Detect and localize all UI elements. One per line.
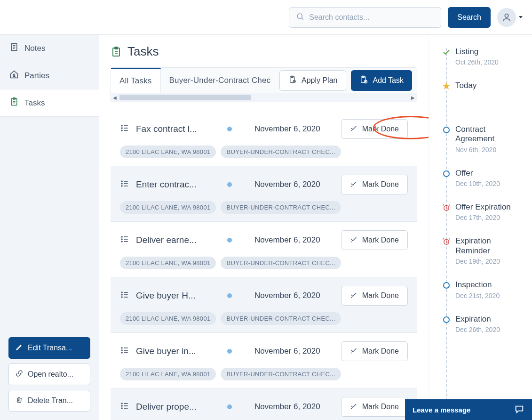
- sidebar-item-parties[interactable]: Parties: [0, 62, 99, 89]
- timeline-item[interactable]: Today: [442, 81, 526, 90]
- scrollbar-thumb[interactable]: [119, 95, 251, 100]
- svg-point-50: [121, 347, 122, 348]
- task-row[interactable]: Fax contract l... November 6, 2020 Mark …: [111, 111, 417, 166]
- svg-point-44: [121, 292, 122, 293]
- tag[interactable]: 2100 LILAC LANE, WA 98001: [120, 312, 216, 325]
- tab-buyer-contract[interactable]: Buyer-Under-Contract Chec: [161, 68, 279, 93]
- tag[interactable]: BUYER-UNDER-CONTRACT CHEC...: [221, 368, 341, 380]
- task-date: November 6, 2020: [254, 402, 320, 412]
- add-task-button[interactable]: Add Task: [351, 70, 412, 91]
- task-tags: 2100 LILAC LANE, WA 98001BUYER-UNDER-CON…: [120, 312, 408, 325]
- task-row[interactable]: Deliver prope... November 6, 2020 Mark D…: [111, 388, 417, 420]
- chat-widget[interactable]: Leave a message: [405, 399, 532, 420]
- svg-point-56: [121, 403, 122, 404]
- check-icon: [350, 180, 357, 189]
- apply-plan-button[interactable]: Apply Plan: [279, 70, 347, 91]
- svg-point-58: [121, 408, 122, 409]
- task-title: Give buyer H...: [136, 291, 211, 301]
- svg-point-57: [121, 405, 122, 406]
- tab-all-tasks[interactable]: All Tasks: [111, 68, 161, 93]
- task-title: Deliver earne...: [136, 235, 211, 245]
- list-icon: [120, 346, 129, 357]
- task-row[interactable]: Deliver earne... November 6, 2020 Mark D…: [111, 222, 417, 277]
- status-dot: [227, 293, 232, 298]
- timeline-title: Expiration: [455, 315, 526, 324]
- svg-point-38: [121, 236, 122, 237]
- task-tags: 2100 LILAC LANE, WA 98001BUYER-UNDER-CON…: [120, 201, 408, 214]
- tag[interactable]: BUYER-UNDER-CONTRACT CHEC...: [221, 312, 341, 325]
- button-label: Open realto...: [28, 370, 73, 379]
- delete-transaction-button[interactable]: Delete Tran...: [8, 390, 90, 412]
- search-button[interactable]: Search: [448, 7, 491, 28]
- tag[interactable]: 2100 LILAC LANE, WA 98001: [120, 201, 216, 214]
- timeline-item[interactable]: Offer Expiration Dec 17th, 2020: [442, 202, 526, 221]
- timeline-date: Dec 21st, 2020: [455, 292, 526, 299]
- timeline-item[interactable]: Offer Dec 10th, 2020: [442, 169, 526, 187]
- sidebar: Notes Parties Tasks Edit Transa...: [0, 35, 99, 420]
- header: Search: [0, 0, 532, 35]
- timeline-item[interactable]: Expiration Reminder Dec 19th, 2020: [442, 236, 526, 265]
- pencil-icon: [16, 343, 23, 353]
- svg-point-51: [121, 350, 122, 351]
- user-menu[interactable]: [497, 8, 523, 27]
- sidebar-item-notes[interactable]: Notes: [0, 35, 99, 62]
- task-row[interactable]: Give buyer H... November 6, 2020 Mark Do…: [111, 277, 417, 333]
- page-title-text: Tasks: [127, 44, 159, 59]
- status-dot: [227, 182, 232, 187]
- timeline-date: Nov 6th, 2020: [455, 146, 526, 153]
- svg-point-28: [121, 130, 122, 131]
- tag[interactable]: BUYER-UNDER-CONTRACT CHEC...: [221, 145, 341, 158]
- tag[interactable]: BUYER-UNDER-CONTRACT CHEC...: [221, 201, 341, 214]
- mark-done-button[interactable]: Mark Done: [341, 119, 408, 139]
- task-date: November 6, 2020: [254, 291, 320, 300]
- mark-done-button[interactable]: Mark Done: [341, 230, 408, 250]
- task-title: Deliver prope...: [136, 402, 211, 412]
- search-input[interactable]: [309, 13, 434, 22]
- sidebar-item-tasks[interactable]: Tasks: [0, 89, 99, 117]
- button-label: Mark Done: [362, 403, 399, 411]
- timeline-item[interactable]: Inspection Dec 21st, 2020: [442, 280, 526, 299]
- timeline-item[interactable]: Expiration Dec 26th, 2020: [442, 315, 526, 333]
- tag[interactable]: BUYER-UNDER-CONTRACT CHEC...: [221, 257, 341, 269]
- clipboard-gear-icon: [288, 75, 297, 86]
- button-label: Mark Done: [362, 347, 399, 355]
- timeline-item[interactable]: Contract Agreement Nov 6th, 2020: [442, 125, 526, 153]
- scroll-right-icon[interactable]: ▶: [409, 93, 417, 102]
- task-title: Give buyer in...: [136, 346, 211, 356]
- status-dot: [227, 238, 232, 242]
- tag[interactable]: 2100 LILAC LANE, WA 98001: [120, 257, 216, 269]
- sidebar-item-label: Notes: [24, 44, 45, 53]
- notes-icon: [9, 42, 19, 54]
- scroll-left-icon[interactable]: ◀: [111, 93, 119, 102]
- status-dot: [227, 404, 232, 409]
- horizontal-scrollbar[interactable]: ◀ ▶: [111, 93, 417, 102]
- svg-point-45: [121, 294, 122, 295]
- task-tags: 2100 LILAC LANE, WA 98001BUYER-UNDER-CON…: [120, 145, 408, 158]
- task-title: Enter contrac...: [136, 179, 211, 190]
- tag[interactable]: 2100 LILAC LANE, WA 98001: [120, 368, 216, 380]
- timeline-marker-icon: [442, 82, 451, 90]
- button-label: Mark Done: [362, 236, 399, 244]
- search-box[interactable]: [289, 7, 441, 28]
- edit-transaction-button[interactable]: Edit Transa...: [8, 337, 90, 359]
- tabs: All Tasks Buyer-Under-Contract Chec Appl…: [111, 68, 417, 93]
- trash-icon: [16, 396, 23, 405]
- button-label: Delete Tran...: [28, 396, 73, 405]
- task-row[interactable]: Give buyer in... November 6, 2020 Mark D…: [111, 333, 417, 388]
- timeline-title: Today: [455, 81, 526, 90]
- open-realtor-button[interactable]: Open realto...: [8, 363, 90, 385]
- mark-done-button[interactable]: Mark Done: [341, 341, 408, 361]
- mark-done-button[interactable]: Mark Done: [341, 175, 408, 194]
- task-row[interactable]: Enter contrac... November 6, 2020 Mark D…: [111, 166, 417, 222]
- list-icon: [120, 179, 129, 190]
- status-dot: [227, 349, 232, 354]
- timeline-marker-icon: [442, 126, 451, 134]
- timeline-date: Dec 26th, 2020: [455, 326, 526, 333]
- button-label: Mark Done: [362, 125, 399, 133]
- tag[interactable]: 2100 LILAC LANE, WA 98001: [120, 145, 216, 158]
- list-icon: [120, 401, 129, 412]
- task-title: Fax contract l...: [136, 124, 211, 134]
- mark-done-button[interactable]: Mark Done: [341, 397, 408, 417]
- mark-done-button[interactable]: Mark Done: [341, 286, 408, 306]
- timeline-item[interactable]: Listing Oct 26th, 2020: [442, 47, 526, 66]
